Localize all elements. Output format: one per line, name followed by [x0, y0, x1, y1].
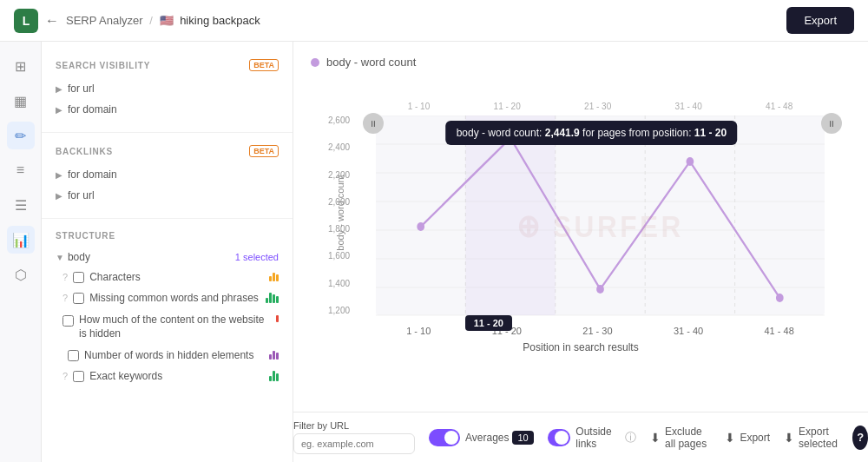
characters-checkbox[interactable]: [73, 272, 84, 283]
sidebar-item-backlinks-url[interactable]: ▶ for url: [56, 185, 279, 206]
structure-row-hidden-content: How much of the content on the website i…: [56, 308, 279, 345]
chevron-icon: ▶: [56, 84, 62, 94]
y-label-1600: 1,600: [328, 251, 350, 261]
divider: [42, 218, 293, 219]
x-axis-title: Position in search results: [311, 341, 851, 353]
nav-chart-icon[interactable]: 📊: [7, 226, 35, 254]
breadcrumb-current: hiking backpack: [180, 14, 260, 27]
x-label-5: 41 - 48: [765, 326, 794, 336]
tooltip-value: 2,441.9: [545, 127, 580, 139]
chevron-icon: ▶: [56, 170, 62, 180]
nav-settings-icon[interactable]: ⬡: [7, 261, 35, 288]
filter-group: Filter by URL: [293, 420, 415, 454]
structure-row-hidden-words: Number of words in hidden elements: [56, 345, 279, 366]
chevron-icon: ▶: [56, 105, 62, 115]
for-url-label: for url: [68, 82, 95, 95]
nav-content-icon[interactable]: ☰: [7, 191, 35, 219]
chart-area: body - word count body - word count ⏸ ⏸ …: [293, 42, 868, 462]
breadcrumb-flag: 🇺🇸: [160, 14, 174, 27]
hidden-words-checkbox[interactable]: [68, 350, 79, 361]
backlinks-for-domain-label: for domain: [68, 168, 117, 181]
beta-badge-backlinks: BETA: [249, 145, 279, 157]
pause-icon-left: ⏸: [369, 119, 378, 129]
nav-edit-icon[interactable]: ✏: [7, 122, 35, 149]
breadcrumb-main[interactable]: SERP Analyzer: [66, 14, 143, 27]
exclude-icon: ⬇: [650, 431, 661, 445]
sidebar: SEARCH VISIBILITY BETA ▶ for url ▶ for d…: [42, 42, 293, 462]
beta-badge-search: BETA: [249, 59, 279, 71]
backlinks-section: BACKLINKS BETA ▶ for domain ▶ for url: [42, 138, 293, 213]
backlinks-header: BACKLINKS BETA: [56, 145, 279, 157]
export-selected-label: Export selected: [799, 426, 838, 450]
structure-body-header[interactable]: ▼ body 1 selected: [56, 248, 279, 267]
x-label-3: 21 - 30: [582, 326, 612, 336]
hidden-content-checkbox[interactable]: [62, 315, 74, 327]
nav-home-icon[interactable]: ⊞: [7, 52, 35, 80]
data-point-0: [417, 222, 424, 231]
y-label-1200: 1,200: [328, 306, 350, 315]
nav-dashboard-icon[interactable]: ▦: [7, 87, 35, 115]
back-button[interactable]: ←: [45, 13, 59, 29]
backlinks-for-url-label: for url: [68, 189, 95, 201]
backlinks-title: BACKLINKS: [56, 147, 113, 156]
nav-list-icon[interactable]: ≡: [7, 156, 35, 184]
main-layout: ⊞ ▦ ✏ ≡ ☰ 📊 ⬡ SEARCH VISIBILITY BETA ▶ f…: [0, 42, 868, 462]
structure-row-characters: ? Characters: [56, 267, 279, 287]
structure-body-label: ▼ body: [56, 251, 90, 263]
exclude-label: Exclude all pages: [665, 426, 711, 450]
sidebar-item-backlinks-domain[interactable]: ▶ for domain: [56, 164, 279, 185]
characters-bar-icon: [269, 273, 279, 281]
bottom-bar: Filter by URL Averages 10 Outside links …: [293, 412, 868, 462]
averages-num: 10: [512, 431, 533, 445]
structure-row-missing-words: ? Missing common words and phrases: [56, 287, 279, 308]
topbar: L ← SERP Analyzer / 🇺🇸 hiking backpack E…: [0, 0, 868, 42]
divider: [42, 132, 293, 133]
filter-input[interactable]: [293, 433, 415, 454]
exact-keywords-label: Exact keywords: [89, 370, 264, 382]
help-fab[interactable]: ?: [852, 426, 868, 450]
sidebar-item-for-url[interactable]: ▶ for url: [56, 78, 279, 99]
export-action[interactable]: ⬇ Export: [725, 431, 770, 445]
averages-label: Averages: [465, 432, 509, 444]
export-selected-action[interactable]: ⬇ Export selected: [784, 426, 838, 450]
top-x-label-5: 41 - 48: [766, 102, 792, 111]
help-icon[interactable]: ?: [62, 293, 68, 303]
exact-keywords-checkbox[interactable]: [73, 371, 84, 382]
y-label-2400: 2,400: [328, 142, 350, 152]
body-selected-count: 1 selected: [235, 252, 279, 262]
search-visibility-header: SEARCH VISIBILITY BETA: [56, 59, 279, 71]
help-icon[interactable]: ?: [62, 371, 68, 381]
chevron-down-icon: ▼: [56, 253, 64, 262]
outside-links-toggle-knob: [555, 431, 569, 445]
export-button[interactable]: Export: [786, 7, 854, 34]
y-axis-labels: 2,600 2,400 2,200 2,000 1,800 1,600 1,40…: [328, 116, 350, 315]
y-label-2000: 2,000: [328, 197, 350, 207]
outside-links-info-icon[interactable]: ⓘ: [625, 430, 636, 446]
missing-words-checkbox[interactable]: [73, 293, 84, 304]
topbar-left: L ← SERP Analyzer / 🇺🇸 hiking backpack: [14, 9, 260, 33]
structure-section: STRUCTURE ▼ body 1 selected ? Characters: [42, 224, 293, 397]
top-x-labels: 1 - 10 11 - 20 21 - 30 31 - 40 41 - 48: [376, 102, 825, 111]
missing-words-label: Missing common words and phrases: [89, 292, 260, 304]
y-label-2600: 2,600: [328, 116, 350, 125]
pause-icon-right: ⏸: [827, 119, 836, 129]
averages-toggle[interactable]: [429, 429, 460, 446]
top-x-label-1: 1 - 10: [408, 102, 431, 111]
characters-label: Characters: [89, 271, 264, 283]
pause-button-right[interactable]: ⏸: [821, 113, 842, 134]
filter-label: Filter by URL: [293, 420, 415, 431]
sidebar-item-for-domain[interactable]: ▶ for domain: [56, 99, 279, 120]
exact-keywords-bar-icon: [269, 371, 279, 381]
y-label-2200: 2,200: [328, 170, 350, 180]
averages-toggle-knob: [444, 431, 458, 445]
exclude-pages-action[interactable]: ⬇ Exclude all pages: [650, 426, 711, 450]
chart-container: body - word count ⏸ ⏸ 1 - 10 11 - 20 21 …: [311, 82, 851, 343]
export-selected-icon: ⬇: [784, 431, 794, 445]
data-point-4: [776, 294, 784, 302]
top-x-label-4: 31 - 40: [675, 102, 702, 111]
help-icon[interactable]: ?: [62, 272, 68, 282]
outside-links-toggle[interactable]: [548, 429, 571, 446]
pause-button-left[interactable]: ⏸: [363, 113, 384, 134]
body-label: body: [68, 251, 90, 263]
outside-links-label: Outside links: [575, 426, 620, 450]
